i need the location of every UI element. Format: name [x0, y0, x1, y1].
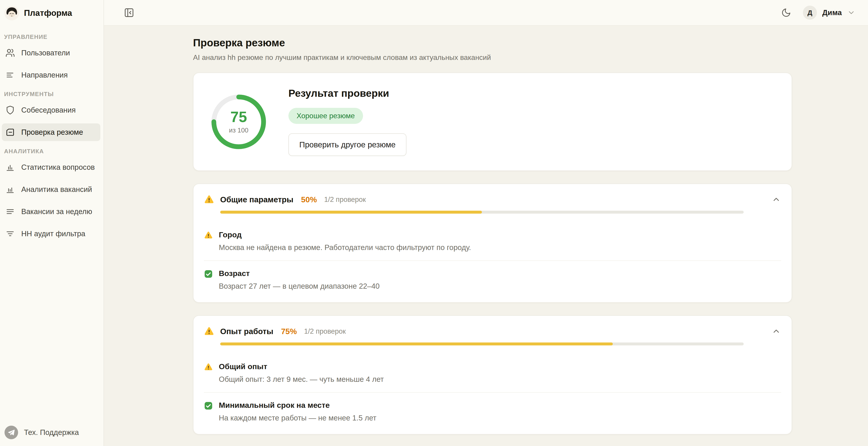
page-title: Проверка резюме: [193, 37, 792, 49]
bar-chart-icon: [5, 162, 15, 172]
filter-icon: [5, 229, 15, 238]
check-section-title: Общие параметры: [220, 195, 293, 204]
sidebar-item-users[interactable]: Пользователи: [2, 44, 100, 62]
warning-icon: [204, 194, 214, 205]
page-subtitle: AI анализ hh резюме по лучшим практикам …: [193, 53, 792, 62]
sidebar-item-label: Аналитика вакансий: [21, 185, 92, 194]
check-row: Минимальный срок на местеНа каждом месте…: [204, 392, 781, 431]
app-logo-icon: [4, 6, 19, 20]
support-link[interactable]: Тех. Поддержка: [0, 421, 103, 446]
check-row-description: На каждом месте работы — не менее 1.5 ле…: [219, 414, 376, 422]
collapse-section-button[interactable]: [772, 327, 781, 336]
result-title: Результат проверки: [288, 88, 406, 99]
nav-section-label-tools: ИНСТРУМЕНТЫ: [4, 91, 103, 98]
support-label: Тех. Поддержка: [24, 428, 79, 437]
check-section-title: Опыт работы: [220, 327, 273, 336]
lines-icon: [5, 207, 15, 216]
app-title: Платформа: [24, 8, 72, 18]
check-section-count: 1/2 проверок: [304, 327, 346, 336]
check-row: Общий опытОбщий опыт: 3 лет 9 мес. — чут…: [204, 354, 781, 392]
result-card: 75 из 100 Результат проверки Хорошее рез…: [193, 72, 792, 171]
progress-bar: [220, 343, 744, 345]
document-icon: [5, 127, 15, 137]
score-ring: 75 из 100: [209, 92, 268, 151]
sidebar-item-resume-check[interactable]: Проверка резюме: [2, 123, 100, 141]
chevron-down-icon: [847, 9, 855, 17]
sidebar: Платформа УПРАВЛЕНИЕ Пользователи Направ…: [0, 0, 104, 446]
check-icon: [204, 269, 213, 279]
sidebar-item-label: Статистика вопросов: [21, 163, 95, 171]
align-left-icon: [5, 70, 15, 80]
check-card-experience: Опыт работы 75% 1/2 проверок Общий опытО…: [193, 315, 792, 435]
user-avatar: Д: [803, 6, 817, 20]
check-row-title: Город: [219, 230, 471, 239]
sidebar-item-vacancy-analytics[interactable]: Аналитика вакансий: [2, 181, 100, 198]
sidebar-item-label: HH аудит фильтра: [21, 229, 85, 238]
sidebar-item-directions[interactable]: Направления: [2, 66, 100, 84]
nav-section-label-management: УПРАВЛЕНИЕ: [4, 33, 103, 40]
moon-icon: [781, 8, 791, 18]
shield-icon: [5, 105, 15, 115]
sidebar-item-label: Вакансии за неделю: [21, 207, 92, 216]
chevron-up-icon: [772, 195, 781, 204]
telegram-icon: [4, 426, 18, 439]
check-row-title: Общий опыт: [219, 362, 384, 371]
users-icon: [5, 48, 15, 58]
check-icon: [204, 401, 213, 410]
check-another-resume-button[interactable]: Проверить другое резюме: [288, 133, 406, 156]
dark-mode-toggle[interactable]: [779, 6, 793, 20]
warning-icon: [204, 326, 214, 337]
sidebar-collapse-button[interactable]: [122, 6, 136, 20]
check-row-description: Возраст 27 лет — в целевом диапазоне 22–…: [219, 282, 379, 290]
check-section-percent: 50%: [301, 195, 317, 204]
check-row-title: Минимальный срок на месте: [219, 401, 376, 410]
warning-icon: [204, 362, 213, 372]
check-row-description: Москва не найдена в резюме. Работодатели…: [219, 243, 471, 252]
check-row: ГородМосква не найдена в резюме. Работод…: [204, 222, 781, 260]
sidebar-item-label: Пользователи: [21, 49, 70, 57]
result-badge: Хорошее резюме: [288, 108, 363, 124]
sidebar-item-label: Собеседования: [21, 106, 76, 115]
score-value: 75: [230, 109, 247, 124]
check-section-percent: 75%: [281, 327, 297, 336]
app-logo-row: Платформа: [0, 0, 103, 26]
sidebar-nav: УПРАВЛЕНИЕ Пользователи Направления ИНСТ…: [0, 26, 103, 421]
sidebar-item-label: Проверка резюме: [21, 128, 83, 136]
sidebar-item-question-stats[interactable]: Статистика вопросов: [2, 158, 100, 176]
main-area: Д Дима Проверка резюме AI анализ hh резю…: [104, 0, 868, 446]
nav-section-label-analytics: АНАЛИТИКА: [4, 148, 103, 155]
sidebar-item-hh-filter-audit[interactable]: HH аудит фильтра: [2, 225, 100, 243]
progress-bar: [220, 211, 744, 214]
page-content: Проверка резюме AI анализ hh резюме по л…: [104, 26, 868, 446]
bar-chart-icon: [5, 185, 15, 194]
check-card-general: Общие параметры 50% 1/2 проверок ГородМо…: [193, 184, 792, 303]
sidebar-item-interviews[interactable]: Собеседования: [2, 101, 100, 119]
topbar: Д Дима: [104, 0, 868, 26]
check-card-header[interactable]: Общие параметры 50% 1/2 проверок: [193, 184, 792, 222]
chevron-up-icon: [772, 327, 781, 336]
collapse-section-button[interactable]: [772, 195, 781, 204]
check-row: ВозрастВозраст 27 лет — в целевом диапаз…: [204, 260, 781, 299]
warning-icon: [204, 231, 213, 240]
check-row-title: Возраст: [219, 269, 379, 278]
sidebar-item-label: Направления: [21, 71, 68, 79]
user-menu[interactable]: Д Дима: [803, 6, 855, 20]
check-section-count: 1/2 проверок: [324, 195, 366, 204]
sidebar-item-weekly-vacancies[interactable]: Вакансии за неделю: [2, 203, 100, 220]
score-caption: из 100: [229, 127, 248, 134]
check-card-header[interactable]: Опыт работы 75% 1/2 проверок: [193, 316, 792, 354]
check-row-description: Общий опыт: 3 лет 9 мес. — чуть меньше 4…: [219, 375, 384, 384]
user-name: Дима: [822, 8, 842, 17]
